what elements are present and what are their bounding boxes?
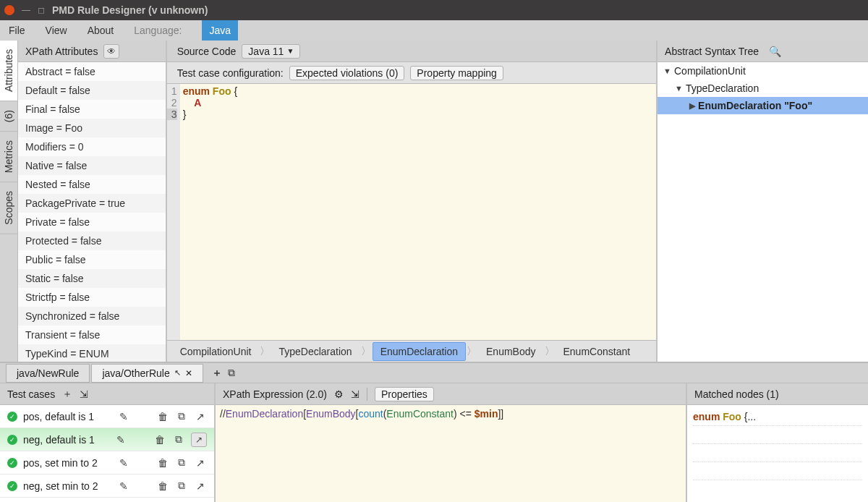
- close-icon[interactable]: [4, 5, 14, 15]
- rule-tabs: java/NewRule java/OtherRule ↖ ✕ ＋ ⧉: [0, 362, 868, 383]
- test-row[interactable]: ✓pos, default is 1✎🗑⧉↗: [0, 405, 214, 428]
- attribute-row[interactable]: Strictfp = false: [18, 288, 166, 307]
- lang-version-dropdown[interactable]: Java 11 ▼: [242, 44, 300, 59]
- attributes-panel: XPath Attributes 👁 Abstract = falseDefau…: [18, 41, 167, 362]
- attribute-row[interactable]: Transient = false: [18, 326, 166, 344]
- properties-button[interactable]: Properties: [375, 387, 434, 401]
- expected-violations[interactable]: Expected violations (0): [289, 66, 405, 80]
- xpath-panel: XPath Expression (2.0) ⚙ ⇲ Properties //…: [216, 383, 687, 502]
- tests-panel: Test cases ＋ ⇲ ✓pos, default is 1✎🗑⧉↗✓ne…: [0, 383, 216, 502]
- breadcrumb-item[interactable]: EnumConstant: [556, 343, 638, 360]
- trash-icon[interactable]: 🗑: [156, 480, 169, 492]
- export-tests-icon[interactable]: ⇲: [80, 388, 88, 400]
- attribute-row[interactable]: PackagePrivate = true: [18, 194, 166, 213]
- menu-about[interactable]: About: [88, 25, 114, 36]
- breadcrumb-item[interactable]: TypeDeclaration: [271, 343, 359, 360]
- xpath-editor[interactable]: //EnumDeclaration[EnumBody[count(EnumCon…: [216, 405, 686, 502]
- search-icon[interactable]: 🔍: [769, 46, 781, 57]
- caret-right-icon[interactable]: ▶: [689, 101, 695, 111]
- attribute-row[interactable]: Abstract = false: [18, 62, 166, 81]
- attribute-row[interactable]: Synchronized = false: [18, 307, 166, 326]
- open-external-icon[interactable]: ↗: [194, 457, 207, 469]
- ast-panel: Abstract Syntax Tree 🔍 ▼CompilationUnit▼…: [658, 41, 868, 362]
- ast-node[interactable]: ▼CompilationUnit: [658, 62, 868, 80]
- titlebar: — ◻ PMD Rule Designer (v unknown): [0, 0, 868, 20]
- breadcrumb-item[interactable]: EnumBody: [479, 343, 542, 360]
- open-external-icon[interactable]: ↗: [191, 433, 207, 447]
- test-row[interactable]: ✓neg, set min to 2✎🗑⧉↗: [0, 475, 214, 498]
- attribute-row[interactable]: Static = false: [18, 269, 166, 288]
- code-editor[interactable]: 123 enum Foo { A }: [167, 84, 656, 340]
- chevron-down-icon: ▼: [286, 47, 294, 55]
- edit-icon[interactable]: ✎: [117, 457, 130, 469]
- attribute-row[interactable]: Modifiers = 0: [18, 137, 166, 156]
- edit-icon[interactable]: ✎: [114, 434, 127, 446]
- minimize-icon[interactable]: —: [22, 5, 30, 15]
- caret-down-icon[interactable]: ▼: [675, 84, 683, 93]
- trash-icon[interactable]: 🗑: [156, 457, 169, 469]
- breadcrumb: CompilationUnitTypeDeclarationEnumDeclar…: [167, 340, 656, 362]
- cursor-icon: ↖: [174, 368, 181, 378]
- copy-tab-icon[interactable]: ⧉: [228, 367, 235, 379]
- side-tab-metrics[interactable]: Metrics: [0, 132, 17, 182]
- ast-node[interactable]: ▼TypeDeclaration: [658, 80, 868, 97]
- window-title: PMD Rule Designer (v unknown): [52, 4, 208, 16]
- attribute-row[interactable]: Default = false: [18, 81, 166, 100]
- attribute-row[interactable]: Public = false: [18, 250, 166, 269]
- ast-node[interactable]: ▶EnumDeclaration "Foo": [658, 97, 868, 114]
- tests-title: Test cases: [7, 388, 55, 400]
- gear-icon[interactable]: ⚙: [334, 388, 344, 400]
- rule-tab-otherrule[interactable]: java/OtherRule ↖ ✕: [91, 364, 203, 383]
- attribute-row[interactable]: Private = false: [18, 213, 166, 231]
- maximize-icon[interactable]: ◻: [38, 5, 45, 15]
- edit-icon[interactable]: ✎: [117, 411, 130, 422]
- trash-icon[interactable]: 🗑: [156, 411, 169, 422]
- language-value[interactable]: Java: [202, 20, 238, 41]
- matched-panel: Matched nodes (1) enum Foo {...: [687, 383, 868, 502]
- side-tab-attributes[interactable]: Attributes: [0, 41, 17, 101]
- test-label: neg, default is 1: [23, 434, 109, 446]
- attribute-row[interactable]: Image = Foo: [18, 119, 166, 137]
- copy-icon[interactable]: ⧉: [175, 456, 188, 469]
- breadcrumb-item[interactable]: EnumDeclaration: [373, 342, 466, 361]
- rule-tab-newrule[interactable]: java/NewRule: [6, 364, 90, 383]
- close-tab-icon[interactable]: ✕: [185, 368, 192, 378]
- copy-icon[interactable]: ⧉: [175, 480, 188, 492]
- add-tab-button[interactable]: ＋: [212, 367, 222, 380]
- open-external-icon[interactable]: ↗: [194, 480, 207, 492]
- ast-title: Abstract Syntax Tree: [665, 46, 759, 57]
- menu-view[interactable]: View: [46, 25, 67, 36]
- ast-tree[interactable]: ▼CompilationUnit▼TypeDeclaration▶EnumDec…: [658, 62, 868, 362]
- add-test-icon[interactable]: ＋: [62, 388, 72, 401]
- open-external-icon[interactable]: ↗: [194, 411, 207, 422]
- breadcrumb-item[interactable]: CompilationUnit: [173, 343, 259, 360]
- attribute-row[interactable]: Final = false: [18, 100, 166, 119]
- copy-icon[interactable]: ⧉: [175, 410, 188, 422]
- attribute-row[interactable]: Native = false: [18, 156, 166, 175]
- copy-icon[interactable]: ⧉: [172, 433, 185, 446]
- property-mapping[interactable]: Property mapping: [410, 66, 503, 80]
- side-tab-scopes[interactable]: Scopes: [0, 182, 17, 234]
- check-icon: ✓: [7, 412, 17, 422]
- attribute-row[interactable]: Protected = false: [18, 231, 166, 250]
- language-label: Language:: [134, 25, 182, 36]
- test-row[interactable]: ✓pos, set min to 2✎🗑⧉↗: [0, 451, 214, 475]
- caret-down-icon[interactable]: ▼: [663, 67, 671, 75]
- attributes-list: Abstract = falseDefault = falseFinal = f…: [18, 62, 166, 362]
- trash-icon[interactable]: 🗑: [153, 434, 166, 446]
- source-title: Source Code: [177, 46, 237, 57]
- attributes-title: XPath Attributes: [25, 46, 98, 57]
- edit-icon[interactable]: ✎: [117, 480, 130, 492]
- attribute-row[interactable]: TypeKind = ENUM: [18, 344, 166, 362]
- hide-icon[interactable]: 👁: [103, 44, 119, 59]
- check-icon: ✓: [7, 458, 17, 468]
- matched-row[interactable]: enum Foo {...: [693, 408, 862, 426]
- export-xpath-icon[interactable]: ⇲: [351, 388, 359, 400]
- attribute-row[interactable]: Nested = false: [18, 175, 166, 194]
- test-row[interactable]: ✓neg, default is 1✎🗑⧉↗: [0, 428, 214, 451]
- source-panel: Source Code Java 11 ▼ Test case configur…: [167, 41, 658, 362]
- test-label: pos, set min to 2: [23, 457, 111, 469]
- menu-file[interactable]: File: [9, 25, 25, 36]
- check-icon: ✓: [7, 481, 17, 491]
- side-tab-6[interactable]: (6): [0, 101, 17, 132]
